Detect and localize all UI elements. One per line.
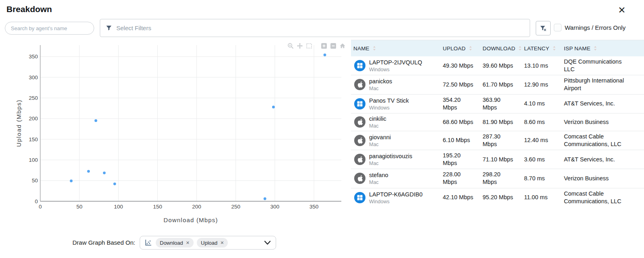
windows-os-icon: [354, 60, 365, 71]
isp-name: Comcast Cable Communications, LLC: [564, 133, 628, 148]
column-header-label: UPLOAD: [443, 45, 466, 52]
upload-value: 354.20 Mbps: [443, 96, 474, 111]
download-value: 71.10 Mbps: [483, 156, 513, 163]
isp-name-cell: Comcast Cable Communications, LLC: [561, 133, 644, 148]
graph-metric-tag[interactable]: Download✕: [156, 238, 194, 248]
column-header-upload[interactable]: UPLOAD: [440, 40, 479, 56]
latency-value-cell: 11.00 ms: [521, 194, 561, 201]
zoom-out-icon[interactable]: [330, 42, 336, 49]
latency-value: 12.40 ms: [524, 137, 548, 143]
isp-name-cell: Verizon Business: [561, 175, 644, 182]
table-row[interactable]: LAPTOP-K6AGDIB0Windows42.10 Mbps95.20 Mb…: [351, 188, 644, 207]
warnings-errors-checkbox[interactable]: [554, 24, 561, 31]
latency-value-cell: 8.60 ms: [521, 118, 561, 126]
agent-os: Mac: [369, 142, 391, 147]
download-value-cell: 39.60 Mbps: [479, 62, 521, 70]
latency-value: 13.10 ms: [524, 62, 548, 69]
latency-value-cell: 3.60 ms: [521, 156, 561, 163]
table-row[interactable]: stefanoMac228.00 Mbps298.20 Mbps8.70 msV…: [351, 169, 644, 188]
agent-name-cell: Panos TV StickWindows: [351, 97, 440, 111]
data-point[interactable]: [70, 180, 73, 182]
reset-axes-icon[interactable]: [339, 42, 346, 49]
table-row[interactable]: Panos TV StickWindows354.20 Mbps363.90 M…: [351, 94, 644, 113]
column-header-isp-name[interactable]: ISP NAME: [561, 40, 644, 56]
box-select-icon[interactable]: [305, 42, 312, 49]
sort-carets-icon[interactable]: [549, 46, 556, 51]
isp-name: Pittsburgh International Airport: [564, 77, 628, 92]
x-tick-label: 0: [39, 204, 42, 210]
agent-name-block: panickosMac: [369, 78, 392, 91]
table-row[interactable]: cinkilicMac68.60 Mbps81.90 Mbps8.60 msVe…: [351, 113, 644, 131]
tag-remove-icon[interactable]: ✕: [220, 240, 224, 246]
column-header-download[interactable]: DOWNLOAD: [479, 40, 521, 56]
download-value-cell: 287.30 Mbps: [479, 133, 521, 148]
agent-os: Mac: [369, 180, 388, 185]
zoom-icon[interactable]: [287, 42, 294, 49]
x-tick-label: 100: [114, 204, 123, 210]
x-tick-label: 200: [192, 204, 201, 210]
table-row[interactable]: LAPTOP-2IJVQULQWindows49.30 Mbps39.60 Mb…: [351, 56, 644, 75]
filter-select-input[interactable]: Select Filters: [100, 19, 530, 37]
chevron-down-icon[interactable]: [264, 240, 271, 245]
mac-os-icon: [354, 135, 365, 146]
download-value-cell: 71.10 Mbps: [479, 156, 521, 163]
agent-name-cell: cinkilicMac: [351, 115, 440, 129]
latency-value: 8.70 ms: [524, 175, 545, 182]
sort-carets-icon[interactable]: [590, 46, 597, 51]
x-tick-label: 250: [231, 204, 240, 210]
agent-name: giovanni: [369, 134, 391, 141]
upload-value-cell: 68.60 Mbps: [440, 118, 479, 126]
x-tick-label: 300: [270, 204, 280, 210]
upload-value: 72.50 Mbps: [443, 81, 473, 89]
data-point[interactable]: [114, 182, 116, 185]
agent-name-cell: panagiotisvouzisMac: [351, 153, 440, 166]
latency-value-cell: 8.70 ms: [521, 175, 561, 182]
upload-value: 42.10 Mbps: [443, 194, 473, 201]
zoom-in-icon[interactable]: [320, 42, 327, 49]
agent-name-block: LAPTOP-2IJVQULQWindows: [369, 59, 422, 72]
column-header-latency[interactable]: LATENCY: [521, 40, 561, 56]
data-point[interactable]: [103, 171, 106, 174]
y-axis-title: Upload (Mbps): [15, 99, 22, 147]
download-value-cell: 95.20 Mbps: [479, 194, 521, 201]
isp-name-cell: Comcast Cable Communications, LLC: [561, 190, 644, 205]
scatter-chart-canvas[interactable]: 0501001502002503003500501001502002503003…: [0, 40, 347, 231]
funnel-x-icon[interactable]: [536, 21, 551, 35]
table-row[interactable]: panagiotisvouzisMac195.20 Mbps71.10 Mbps…: [351, 150, 644, 169]
tag-remove-icon[interactable]: ✕: [186, 240, 190, 246]
isp-name: AT&T Services, Inc.: [564, 100, 615, 107]
graph-metric-tag[interactable]: Upload✕: [197, 238, 228, 248]
x-tick-label: 350: [310, 204, 319, 210]
agent-name: cinkilic: [369, 115, 386, 122]
sort-carets-icon[interactable]: [369, 46, 376, 51]
tag-label: Upload: [201, 240, 217, 246]
agent-os: Windows: [369, 199, 423, 204]
table-row[interactable]: giovanniMac6.10 Mbps287.30 Mbps12.40 msC…: [351, 131, 644, 150]
isp-name: DQE Communications LLC: [564, 58, 628, 73]
table-row[interactable]: panickosMac72.50 Mbps61.70 Mbps12.90 msP…: [351, 75, 644, 94]
upload-value-cell: 6.10 Mbps: [440, 136, 479, 144]
upload-value-cell: 195.20 Mbps: [440, 152, 479, 167]
agent-name-cell: panickosMac: [351, 78, 440, 91]
column-header-name[interactable]: NAME: [351, 40, 440, 56]
agent-name-cell: LAPTOP-2IJVQULQWindows: [351, 59, 440, 72]
pan-icon[interactable]: [296, 42, 303, 49]
x-axis-title: Download (Mbps): [163, 217, 218, 223]
close-icon[interactable]: ✕: [615, 3, 629, 17]
agent-name: LAPTOP-K6AGDIB0: [369, 191, 423, 198]
search-input[interactable]: [5, 22, 94, 35]
data-point[interactable]: [95, 119, 97, 122]
data-point[interactable]: [324, 54, 326, 56]
draw-graph-select[interactable]: Download✕Upload✕: [140, 236, 276, 250]
agent-os: Windows: [369, 67, 422, 72]
data-point[interactable]: [87, 170, 90, 173]
mac-os-icon: [354, 154, 365, 165]
mac-os-icon: [354, 116, 365, 128]
y-tick-label: 50: [32, 178, 38, 184]
sort-carets-icon[interactable]: [466, 46, 472, 51]
agent-name: LAPTOP-2IJVQULQ: [369, 59, 422, 66]
data-point[interactable]: [272, 106, 275, 109]
agent-name-block: giovanniMac: [369, 134, 391, 147]
y-tick-label: 300: [29, 74, 38, 80]
data-point[interactable]: [264, 197, 266, 200]
